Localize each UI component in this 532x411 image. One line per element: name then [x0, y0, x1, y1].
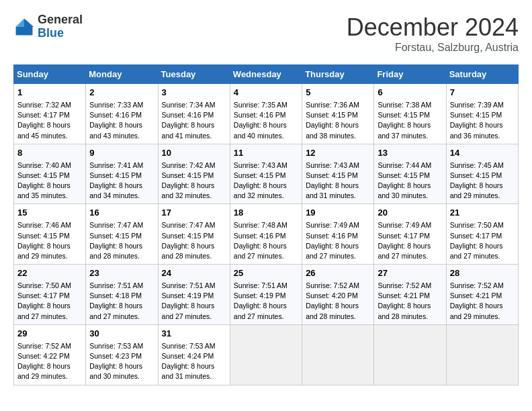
calendar-cell: 21 Sunrise: 7:50 AM Sunset: 4:17 PM Dayl…	[446, 204, 518, 265]
calendar-cell: 31 Sunrise: 7:53 AM Sunset: 4:24 PM Dayl…	[158, 324, 230, 385]
sunset-label: Sunset: 4:19 PM	[162, 291, 214, 300]
calendar-cell: 23 Sunrise: 7:51 AM Sunset: 4:18 PM Dayl…	[86, 265, 158, 325]
logo-blue-text: Blue	[38, 26, 64, 40]
calendar-table: SundayMondayTuesdayWednesdayThursdayFrid…	[13, 64, 519, 385]
sunset-label: Sunset: 4:15 PM	[306, 171, 358, 179]
sunset-label: Sunset: 4:15 PM	[89, 171, 142, 179]
sunset-label: Sunset: 4:16 PM	[306, 232, 358, 240]
calendar-cell	[230, 324, 302, 385]
daylight-label: Daylight: 8 hours and 40 minutes.	[234, 121, 287, 139]
sunrise-label: Sunrise: 7:43 AM	[306, 161, 359, 169]
sunset-label: Sunset: 4:17 PM	[17, 111, 70, 119]
daylight-label: Daylight: 8 hours and 38 minutes.	[306, 121, 359, 139]
daylight-label: Daylight: 8 hours and 32 minutes.	[234, 181, 287, 199]
sunrise-label: Sunrise: 7:32 AM	[17, 101, 71, 109]
daylight-label: Daylight: 8 hours and 30 minutes.	[89, 362, 142, 380]
logo-icon	[13, 16, 35, 38]
calendar-cell: 18 Sunrise: 7:48 AM Sunset: 4:16 PM Dayl…	[230, 204, 302, 265]
calendar-cell: 26 Sunrise: 7:52 AM Sunset: 4:20 PM Dayl…	[302, 265, 374, 325]
daylight-label: Daylight: 8 hours and 35 minutes.	[17, 181, 71, 199]
logo: General Blue	[13, 13, 83, 40]
daylight-label: Daylight: 8 hours and 34 minutes.	[89, 181, 142, 199]
sunset-label: Sunset: 4:15 PM	[162, 232, 214, 240]
sunrise-label: Sunrise: 7:47 AM	[162, 221, 216, 229]
calendar-cell: 12 Sunrise: 7:43 AM Sunset: 4:15 PM Dayl…	[302, 144, 374, 204]
calendar-cell: 29 Sunrise: 7:52 AM Sunset: 4:22 PM Dayl…	[14, 324, 86, 385]
day-number: 15	[17, 207, 82, 220]
daylight-label: Daylight: 8 hours and 29 minutes.	[17, 242, 71, 260]
daylight-label: Daylight: 8 hours and 27 minutes.	[162, 302, 215, 320]
daylight-label: Daylight: 8 hours and 29 minutes.	[450, 181, 503, 199]
calendar-cell: 13 Sunrise: 7:44 AM Sunset: 4:15 PM Dayl…	[374, 144, 446, 204]
daylight-label: Daylight: 8 hours and 45 minutes.	[17, 121, 71, 139]
sunrise-label: Sunrise: 7:36 AM	[306, 101, 359, 109]
sunset-label: Sunset: 4:16 PM	[162, 111, 214, 119]
day-number: 27	[378, 267, 442, 280]
sunrise-label: Sunrise: 7:43 AM	[234, 161, 287, 169]
sunset-label: Sunset: 4:20 PM	[306, 291, 358, 300]
sunset-label: Sunset: 4:15 PM	[378, 171, 430, 179]
day-number: 30	[89, 328, 154, 340]
daylight-label: Daylight: 8 hours and 27 minutes.	[306, 242, 359, 260]
weekday-header: Tuesday	[158, 65, 230, 84]
day-number: 10	[162, 147, 226, 160]
sunset-label: Sunset: 4:18 PM	[89, 291, 142, 300]
daylight-label: Daylight: 8 hours and 29 minutes.	[450, 302, 503, 320]
daylight-label: Daylight: 8 hours and 28 minutes.	[162, 242, 215, 260]
calendar-cell: 5 Sunrise: 7:36 AM Sunset: 4:15 PM Dayli…	[302, 84, 374, 144]
sunrise-label: Sunrise: 7:52 AM	[306, 281, 359, 289]
day-number: 7	[450, 87, 515, 99]
sunset-label: Sunset: 4:16 PM	[234, 111, 286, 119]
sunrise-label: Sunrise: 7:49 AM	[306, 221, 359, 229]
sunset-label: Sunset: 4:17 PM	[450, 232, 502, 240]
sunset-label: Sunset: 4:15 PM	[378, 111, 430, 119]
sunrise-label: Sunrise: 7:40 AM	[17, 161, 71, 169]
sunset-label: Sunset: 4:19 PM	[234, 291, 286, 300]
day-number: 17	[162, 207, 226, 220]
day-number: 13	[378, 147, 442, 160]
sunset-label: Sunset: 4:21 PM	[378, 291, 430, 300]
sunrise-label: Sunrise: 7:42 AM	[162, 161, 216, 169]
sunset-label: Sunset: 4:17 PM	[378, 232, 430, 240]
title-block: December 2024 Forstau, Salzburg, Austria	[347, 13, 519, 54]
day-number: 3	[162, 87, 226, 99]
day-number: 19	[306, 207, 370, 220]
daylight-label: Daylight: 8 hours and 28 minutes.	[89, 242, 142, 260]
day-number: 2	[89, 87, 154, 99]
weekday-header: Friday	[374, 65, 446, 84]
sunrise-label: Sunrise: 7:34 AM	[162, 101, 216, 109]
day-number: 31	[162, 328, 226, 340]
daylight-label: Daylight: 8 hours and 27 minutes.	[234, 242, 287, 260]
sunrise-label: Sunrise: 7:51 AM	[234, 281, 287, 289]
day-number: 22	[17, 267, 82, 280]
daylight-label: Daylight: 8 hours and 27 minutes.	[17, 302, 71, 320]
sunrise-label: Sunrise: 7:38 AM	[378, 101, 431, 109]
sunrise-label: Sunrise: 7:52 AM	[378, 281, 431, 289]
sunset-label: Sunset: 4:23 PM	[89, 352, 142, 360]
calendar-cell	[374, 324, 446, 385]
daylight-label: Daylight: 8 hours and 31 minutes.	[306, 181, 359, 199]
sunrise-label: Sunrise: 7:46 AM	[17, 221, 71, 229]
daylight-label: Daylight: 8 hours and 41 minutes.	[162, 121, 215, 139]
calendar-week-row: 15 Sunrise: 7:46 AM Sunset: 4:15 PM Dayl…	[14, 204, 519, 265]
sunrise-label: Sunrise: 7:53 AM	[89, 342, 143, 350]
day-number: 16	[89, 207, 154, 220]
calendar-cell: 30 Sunrise: 7:53 AM Sunset: 4:23 PM Dayl…	[86, 324, 158, 385]
sunset-label: Sunset: 4:17 PM	[17, 291, 70, 300]
sunrise-label: Sunrise: 7:50 AM	[17, 281, 71, 289]
day-number: 8	[17, 147, 82, 160]
day-number: 14	[450, 147, 515, 160]
daylight-label: Daylight: 8 hours and 30 minutes.	[378, 181, 431, 199]
daylight-label: Daylight: 8 hours and 27 minutes.	[89, 302, 142, 320]
daylight-label: Daylight: 8 hours and 27 minutes.	[450, 242, 503, 260]
weekday-header: Monday	[86, 65, 158, 84]
calendar-cell: 15 Sunrise: 7:46 AM Sunset: 4:15 PM Dayl…	[14, 204, 86, 265]
day-number: 20	[378, 207, 442, 220]
day-number: 4	[234, 87, 298, 99]
weekday-header: Sunday	[14, 65, 86, 84]
sunset-label: Sunset: 4:16 PM	[234, 232, 286, 240]
calendar-week-row: 8 Sunrise: 7:40 AM Sunset: 4:15 PM Dayli…	[14, 144, 519, 204]
calendar-cell: 28 Sunrise: 7:52 AM Sunset: 4:21 PM Dayl…	[446, 265, 518, 325]
calendar-cell: 1 Sunrise: 7:32 AM Sunset: 4:17 PM Dayli…	[14, 84, 86, 144]
sunset-label: Sunset: 4:15 PM	[234, 171, 286, 179]
